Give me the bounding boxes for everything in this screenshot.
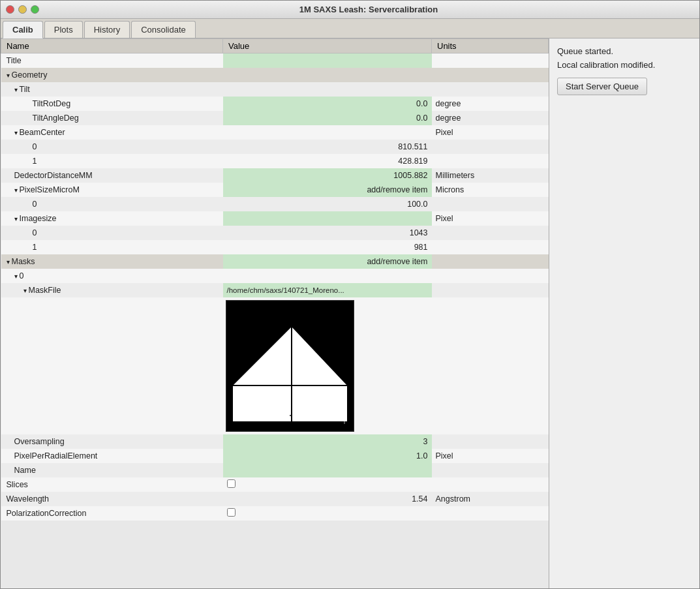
row-label: 0	[1, 197, 223, 211]
tab-plots[interactable]: Plots	[44, 21, 83, 38]
row-label: 0	[1, 226, 223, 240]
row-value[interactable]: add/remove item	[223, 183, 432, 197]
row-label: Title	[1, 53, 223, 68]
row-label: ▾Masks	[1, 254, 223, 269]
row-value: 1.54	[223, 492, 432, 506]
table-row: ▾PixelSizeMicroM add/remove item Microns	[1, 183, 549, 197]
row-value: 810.511	[223, 140, 432, 154]
table-row: ▾Tilt	[1, 82, 549, 97]
start-server-queue-button[interactable]: Start Server Queue	[557, 78, 647, 95]
row-label: 0	[1, 140, 223, 154]
row-units: degree	[432, 111, 549, 125]
row-units	[432, 434, 549, 449]
row-units: Pixel	[432, 125, 549, 140]
row-value[interactable]	[223, 463, 432, 477]
row-value: 100.0	[223, 197, 432, 211]
table-row: 1 981	[1, 240, 549, 254]
titlebar: 1M SAXS Leash: Servercalibration	[1, 1, 699, 19]
row-units: Pixel	[432, 211, 549, 226]
row-units	[432, 68, 549, 82]
row-label: DedectorDistanceMM	[1, 168, 223, 183]
row-value: 1043	[223, 226, 432, 240]
row-units	[432, 254, 549, 269]
row-value: 981	[223, 240, 432, 254]
status-text: Queue started. Local calibration modifie…	[557, 45, 692, 72]
table-row: Title	[1, 53, 549, 68]
row-label: ▾PixelSizeMicroM	[1, 183, 223, 197]
table-row: PolarizationCorrection	[1, 506, 549, 521]
row-value[interactable]	[223, 53, 432, 68]
col-units-header: Units	[432, 39, 549, 53]
tab-calib[interactable]: Calib	[3, 21, 43, 38]
row-units	[432, 53, 549, 68]
row-units	[432, 240, 549, 254]
row-label: PixelPerRadialElement	[1, 449, 223, 463]
row-label: ▾Tilt	[1, 82, 223, 97]
table-row: Name	[1, 463, 549, 477]
table-container[interactable]: Name Value Units Title	[1, 38, 549, 588]
left-panel: Name Value Units Title	[1, 38, 549, 588]
table-row: ▾MaskFile /home/chm/saxs/140721_Moreno..…	[1, 283, 549, 297]
row-units	[432, 197, 549, 211]
main-area: Name Value Units Title	[1, 38, 699, 588]
table-row: TiltAngleDeg 0.0 degree	[1, 111, 549, 125]
main-window: 1M SAXS Leash: Servercalibration Calib P…	[0, 0, 700, 589]
table-row: 0 1043	[1, 226, 549, 240]
row-label: ▾MaskFile	[1, 283, 223, 297]
row-label: PolarizationCorrection	[1, 506, 223, 521]
row-units: degree	[432, 97, 549, 111]
row-value	[223, 125, 432, 140]
close-button[interactable]	[6, 5, 14, 14]
status-line2: Local calibration modified.	[557, 59, 692, 72]
row-value[interactable]: 0.0	[223, 111, 432, 125]
row-label: ▾BeamCenter	[1, 125, 223, 140]
row-label: ▾Geometry	[1, 68, 223, 82]
row-units	[432, 506, 549, 521]
table-row: 1 428.819	[1, 154, 549, 168]
row-value[interactable]: /home/chm/saxs/140721_Moreno...	[223, 283, 432, 297]
slices-checkbox[interactable]	[227, 479, 236, 488]
table-row: DedectorDistanceMM 1005.882 Millimeters	[1, 168, 549, 183]
row-value	[223, 82, 432, 97]
row-label: 1	[1, 240, 223, 254]
row-value[interactable]: add/remove item	[223, 254, 432, 269]
tabbar: Calib Plots History Consolidate	[1, 19, 699, 38]
tab-consolidate[interactable]: Consolidate	[131, 21, 196, 38]
tab-history[interactable]: History	[84, 21, 130, 38]
row-units	[432, 477, 549, 492]
mask-image-row	[1, 297, 549, 434]
maximize-button[interactable]	[31, 5, 39, 14]
calibration-table: Name Value Units Title	[1, 38, 549, 521]
row-value[interactable]	[223, 211, 432, 226]
row-units	[432, 463, 549, 477]
row-units	[432, 82, 549, 97]
table-row: TiltRotDeg 0.0 degree	[1, 97, 549, 111]
right-panel: Queue started. Local calibration modifie…	[549, 38, 699, 588]
row-units: Microns	[432, 183, 549, 197]
row-value[interactable]	[223, 506, 432, 521]
row-value[interactable]: 0.0	[223, 97, 432, 111]
row-units	[432, 154, 549, 168]
table-row: Oversampling 3	[1, 434, 549, 449]
minimize-button[interactable]	[18, 5, 27, 14]
row-value[interactable]: 1.0	[223, 449, 432, 463]
row-value[interactable]: 1005.882	[223, 168, 432, 183]
row-value[interactable]	[223, 477, 432, 492]
table-row: 0 100.0	[1, 197, 549, 211]
row-value	[223, 269, 432, 283]
table-row: ▾Geometry	[1, 68, 549, 82]
row-label: 1	[1, 154, 223, 168]
row-value	[223, 68, 432, 82]
row-label: Slices	[1, 477, 223, 492]
polarization-checkbox[interactable]	[227, 508, 236, 517]
row-label: TiltRotDeg	[1, 97, 223, 111]
row-units	[432, 226, 549, 240]
row-units	[432, 140, 549, 154]
table-row: ▾Imagesize Pixel	[1, 211, 549, 226]
table-row: PixelPerRadialElement 1.0 Pixel	[1, 449, 549, 463]
row-units: Millimeters	[432, 168, 549, 183]
table-row: ▾BeamCenter Pixel	[1, 125, 549, 140]
row-value[interactable]: 3	[223, 434, 432, 449]
row-label: Wavelength	[1, 492, 223, 506]
row-label: Name	[1, 463, 223, 477]
